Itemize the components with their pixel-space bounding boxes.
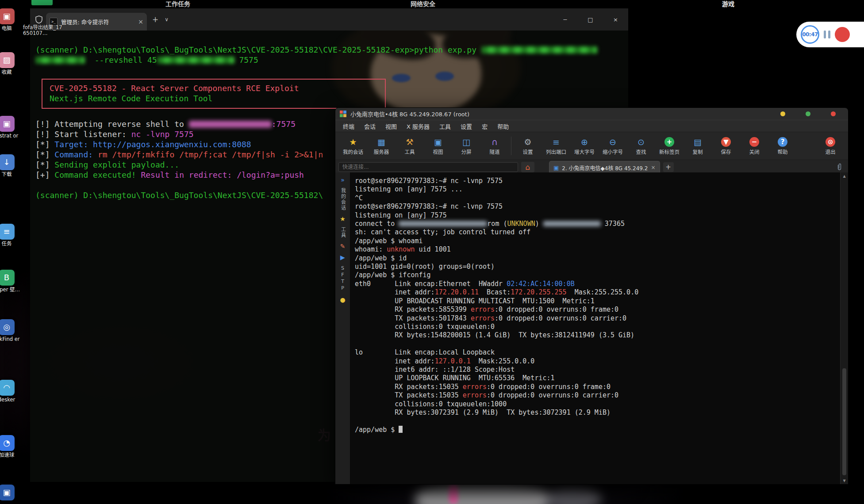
toolbar-label: 分屏 [461, 148, 472, 155]
desktop-icon[interactable]: Bpaper 壁… [0, 270, 20, 293]
terminal-text: inet addr: [355, 288, 435, 296]
send-play-icon[interactable]: ▶ [340, 254, 345, 260]
desktop-icon[interactable]: ◠desker [0, 380, 20, 403]
desktop-icon[interactable]: ▣电脑 [0, 8, 20, 31]
menu-item[interactable]: 会话 [359, 122, 380, 130]
toolbar-label: 视图 [433, 148, 443, 155]
terminal-line: /app/web $ whoami [355, 237, 840, 245]
quick-connect-input[interactable] [338, 162, 518, 172]
toolbar-label: 复制 [693, 148, 703, 155]
session-tab[interactable]: ▣ 2. 小兔南京电信◆4核 8G 45.249.2 × [549, 161, 660, 174]
desktop-icon-label-fofa[interactable]: fofa导出结果_17650107… [23, 25, 64, 36]
menu-item[interactable]: 视图 [380, 122, 402, 130]
terminal-text: root@ser896279797383:~# nc -lvnp 7575 [355, 202, 503, 210]
toolbar-button[interactable]: ∩隧道 [480, 137, 509, 155]
session-tab-close-icon[interactable]: × [651, 164, 655, 171]
toolbar-button[interactable]: ≡列出端口 [542, 137, 570, 155]
terminal-line: RX bytes:1548200015 (1.4 GiB) TX bytes:3… [355, 331, 840, 340]
scroll-down-icon[interactable]: ▼ [841, 477, 848, 484]
favorites-star-icon[interactable]: ★ [340, 216, 346, 222]
minimize-button[interactable]: ─ [553, 8, 578, 31]
tab-close-icon[interactable]: × [138, 19, 143, 25]
toolbar-button[interactable]: ⚙设置 [514, 137, 542, 155]
terminal-line: collisions:0 txqueuelen:1000 [355, 400, 840, 409]
sidebar-item[interactable]: 工具 [339, 227, 346, 238]
terminal-text: ^C [355, 194, 363, 202]
terminal-text: ) [535, 220, 543, 228]
terminal-line: UP LOOPBACK RUNNING MTU:65536 Metric:1 [355, 374, 840, 382]
new-tab-button[interactable]: + [152, 16, 158, 23]
toolbar-button[interactable]: ⊖缩小字号 [599, 137, 627, 155]
terminal-line: RX packets:5855399 errors:0 dropped:0 ov… [355, 305, 840, 314]
terminal-line: TX packets:5017843 errors:0 dropped:0 ov… [355, 314, 840, 323]
menu-item[interactable]: X 服务器 [402, 122, 434, 130]
terminal-scrollbar[interactable]: ▲ ▼ [840, 172, 848, 484]
menu-item[interactable]: 工具 [434, 122, 456, 130]
terminal-line: inet addr:172.20.0.11 Bcast:172.20.255.2… [355, 288, 840, 297]
maximize-button[interactable]: □ [578, 8, 603, 31]
window-control-dot[interactable] [806, 111, 810, 116]
terminal-text: Bcast: [479, 288, 511, 296]
sidebar-item[interactable]: SFTP [340, 265, 346, 292]
new-session-tab-button[interactable]: + [663, 162, 674, 172]
terminal-text: UNKNOWN [507, 220, 535, 228]
desktop-icon[interactable]: ◎ockFind er [0, 319, 20, 342]
window-control-dot[interactable] [780, 111, 785, 116]
terminal-text: RX packets:5855399 [355, 305, 471, 313]
toolbar-button[interactable]: ◫分屏 [452, 137, 480, 155]
toolbar-label: 关闭 [749, 148, 760, 155]
toolbar-button[interactable]: ★我的会话 [339, 137, 367, 155]
timer-widget[interactable]: 00:47 [796, 22, 864, 47]
censored-blur [35, 57, 85, 64]
desktop-icon[interactable]: ≡任务 [0, 224, 20, 247]
scrollbar-track[interactable] [841, 179, 848, 477]
toolbar-button[interactable]: ▦服务器 [367, 137, 396, 155]
toolbar-button[interactable]: ⚒工具 [396, 137, 424, 155]
scrollbar-thumb[interactable] [842, 368, 846, 475]
toolbar-button[interactable]: ▣视图 [424, 137, 452, 155]
close-button[interactable]: × [603, 8, 628, 31]
terminal-text: :0 dropped:0 overruns:0 frame:0 [495, 305, 618, 313]
terminal-text: 172.20.0.11 [435, 288, 479, 296]
toolbar-button[interactable]: ?帮助 [768, 137, 797, 155]
menu-item[interactable]: 帮助 [492, 122, 514, 130]
menu-item[interactable]: 宏 [477, 122, 492, 130]
toolbar-button[interactable]: ▼保存 [712, 137, 740, 155]
toolbar-label: 设置 [523, 148, 533, 155]
tab-dropdown-icon[interactable]: ∨ [165, 17, 169, 22]
menu-item[interactable]: 终端 [338, 122, 359, 130]
toolbar-button[interactable]: ⊙退出 [816, 137, 845, 155]
status-dot-icon[interactable]: ● [340, 297, 345, 303]
attachment-paperclip-icon[interactable] [836, 163, 843, 171]
menu-item[interactable]: 设置 [456, 122, 477, 130]
pause-icon[interactable] [824, 31, 830, 38]
desktop-icon-label: desker [0, 397, 20, 403]
toolbar-button[interactable]: +新标签页 [655, 137, 684, 155]
toolbar-button[interactable]: −关闭 [740, 137, 768, 155]
toolbar-button[interactable]: ▤复制 [684, 137, 712, 155]
desktop-icon[interactable]: ◔加速球 [0, 435, 20, 458]
terminal-text: :0 dropped:0 overruns:0 carrier:0 [487, 391, 618, 399]
scroll-up-icon[interactable]: ▲ [841, 172, 848, 179]
font-decrease-icon: ⊖ [609, 137, 616, 147]
desktop-icon[interactable]: ▣nistrat or [0, 116, 20, 139]
window-control-dot[interactable] [831, 111, 836, 116]
desktop-icon-label: ockFind er [0, 336, 20, 342]
home-button[interactable]: ⌂ [521, 162, 534, 172]
desktop-icon[interactable]: ↓下载 [0, 154, 20, 177]
terminal-text: listening on [any] 7575 [355, 211, 447, 219]
ssh-terminal[interactable]: root@ser896279797383:~# nc -lvnp 7575lis… [350, 172, 840, 484]
expand-chevrons-icon[interactable]: » [341, 177, 345, 183]
terminal-text: [+] [35, 170, 54, 179]
desktop-icon[interactable]: ▨收藏 [0, 52, 20, 75]
search-icon: ⊙ [637, 137, 645, 147]
terminal-text: [*] [35, 150, 54, 159]
stop-record-button[interactable] [835, 27, 850, 42]
edit-pen-icon[interactable]: ✎ [340, 243, 346, 249]
toolbar-button[interactable]: ⊕增大字号 [570, 137, 599, 155]
terminal-text: Mask:255.255.0.0 [567, 288, 639, 296]
desktop-icon[interactable]: ▣ [0, 485, 20, 502]
sidebar-item[interactable]: 我的会话 [339, 188, 346, 211]
toolbar-label: 帮助 [778, 148, 788, 155]
toolbar-button[interactable]: ⊙查找 [627, 137, 655, 155]
